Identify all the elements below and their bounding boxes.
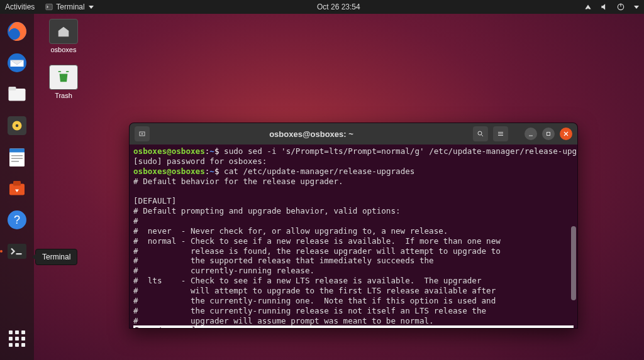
system-status-area[interactable] [584,3,639,11]
terminal-cmd1: sudo sed -i 's/Prompt=lts/Prompt=normal/… [224,146,577,156]
prompt-user: osboxes [133,166,167,176]
terminal-output-line: [DEFAULT] [133,196,176,205]
dock-ubuntu-software[interactable] [4,176,30,201]
dock-libreoffice-writer[interactable] [4,145,30,170]
terminal-output-line: # Default prompting and upgrade behavior… [133,206,401,215]
terminal-output-line: # the currently-running release is not i… [133,306,486,315]
prompt-host: osboxes [172,146,205,156]
dock-rhythmbox[interactable] [4,113,30,138]
svg-rect-23 [547,133,550,136]
terminal-menu-icon [45,3,53,11]
desktop-icons: osboxes Trash [42,19,86,99]
maximize-icon [545,130,552,138]
svg-rect-6 [9,87,16,90]
terminal-output-line: # normal - Check to see if a new release… [133,236,501,246]
app-menu-label: Terminal [56,3,84,11]
terminal-output-line: # Default behavior for the release upgra… [133,177,343,186]
terminal-body[interactable]: osboxes@osboxes:~$ sudo sed -i 's/Prompt… [130,145,577,328]
svg-rect-20 [16,253,22,254]
window-minimize-button[interactable] [525,128,537,140]
dock-tooltip: Terminal [35,249,77,265]
terminal-cmd2: cat /etc/update-manager/release-upgrades [224,166,414,176]
terminal-search-button[interactable] [473,126,488,141]
terminal-output-line: # upgrader will assume prompt was meant … [133,316,434,325]
activities-label: Activities [5,3,35,11]
svg-rect-13 [11,158,23,160]
clock-label: Oct 26 23:54 [317,3,360,11]
terminal-title: osboxes@osboxes: ~ [155,129,468,139]
files-icon [6,83,28,106]
svg-point-22 [478,131,482,135]
hamburger-icon [497,130,504,138]
svg-text:?: ? [14,214,20,226]
svg-rect-12 [11,155,23,156]
volume-icon [600,3,609,11]
svg-rect-11 [9,149,25,153]
desktop-trash[interactable]: Trash [42,65,86,99]
svg-point-9 [16,124,19,128]
terminal-icon [6,240,28,263]
terminal-output-line: # will attempt to upgrade to the first L… [133,286,496,295]
dock-firefox[interactable] [4,19,30,44]
terminal-output-line: [sudo] password for osboxes: [133,156,267,166]
terminal-titlebar[interactable]: osboxes@osboxes: ~ [130,123,577,145]
window-maximize-button[interactable] [542,128,555,140]
minimize-icon [527,130,535,138]
terminal-output-line: # the currently-running one. Note that i… [133,296,496,305]
svg-rect-19 [8,244,26,259]
dock-terminal[interactable] [4,239,30,264]
rhythmbox-icon [6,114,28,137]
dock-thunderbird[interactable] [4,50,30,75]
gnome-topbar: Activities Terminal Oct 26 23:54 [0,0,644,14]
writer-icon [6,146,28,168]
firefox-icon [6,20,28,43]
search-icon [477,130,484,138]
new-tab-icon [138,130,146,138]
svg-rect-16 [13,181,21,186]
terminal-output-line: # [133,216,138,226]
svg-rect-14 [11,161,19,162]
help-icon: ? [6,209,28,231]
terminal-highlighted-line: Prompt=normal [133,325,574,328]
prompt-host: osboxes [172,166,205,176]
power-icon [616,3,625,11]
app-menu[interactable]: Terminal [45,3,93,11]
prompt-user: osboxes [133,146,167,156]
ubuntu-software-icon [6,177,28,200]
chevron-down-icon [89,6,94,9]
apps-grid-icon [9,330,25,347]
window-close-button[interactable] [560,128,572,140]
terminal-output-line: # currently-running release. [133,266,314,275]
terminal-output-line: # never - Never check for, or allow upgr… [133,226,448,236]
chevron-down-icon [634,6,639,9]
dock-help[interactable]: ? [4,207,30,232]
terminal-output-line: # lts - Check to see if a new LTS releas… [133,276,482,285]
home-icon [57,25,70,38]
terminal-window: osboxes@osboxes: ~ osboxes@osboxes:~$ su… [129,123,578,329]
trash-icon [57,70,70,84]
terminal-menu-button[interactable] [493,126,508,141]
prompt-path: ~ [209,146,214,156]
desktop-home-folder[interactable]: osboxes [42,19,86,53]
desktop-trash-label: Trash [42,92,86,99]
ubuntu-dock: ? [0,14,34,360]
new-tab-button[interactable] [135,126,150,141]
network-icon [584,3,592,11]
activities-button[interactable]: Activities [5,3,35,11]
svg-rect-2 [620,4,621,7]
dock-tooltip-label: Terminal [42,253,70,261]
prompt-path: ~ [209,166,214,176]
terminal-output-line: # the supported release that immediately… [133,256,434,265]
desktop-home-label: osboxes [42,46,86,53]
terminal-output-line: # release is found, the release upgrader… [133,246,501,256]
clock[interactable]: Oct 26 23:54 [317,3,360,11]
dock-files[interactable] [4,82,30,107]
svg-rect-0 [46,4,53,9]
thunderbird-icon [6,52,28,74]
dock-show-apps[interactable] [4,326,30,351]
close-icon [562,130,570,138]
